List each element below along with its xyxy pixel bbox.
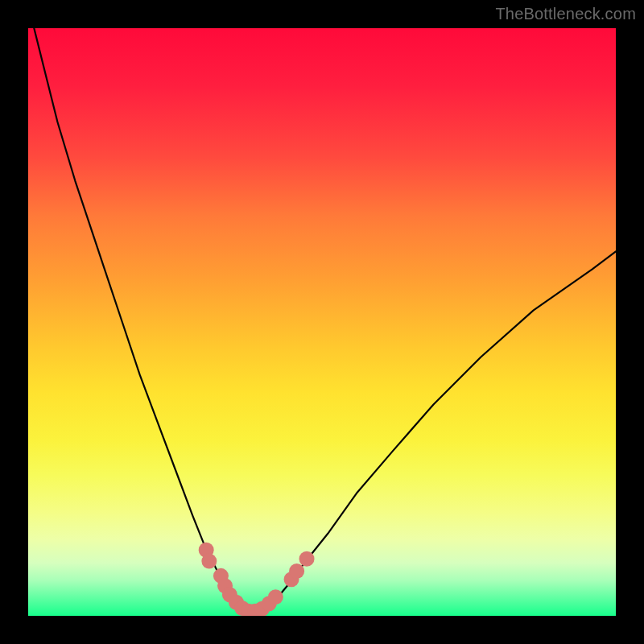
watermark-text: TheBottleneck.com: [495, 5, 636, 23]
plot-area: [28, 28, 616, 616]
bottleneck-curve: [34, 28, 616, 611]
data-marker: [289, 564, 304, 579]
chart-frame: TheBottleneck.com: [0, 0, 644, 644]
data-marker: [201, 554, 217, 569]
curve-layer: [28, 28, 616, 616]
data-marker: [268, 589, 283, 605]
data-marker: [299, 551, 315, 567]
